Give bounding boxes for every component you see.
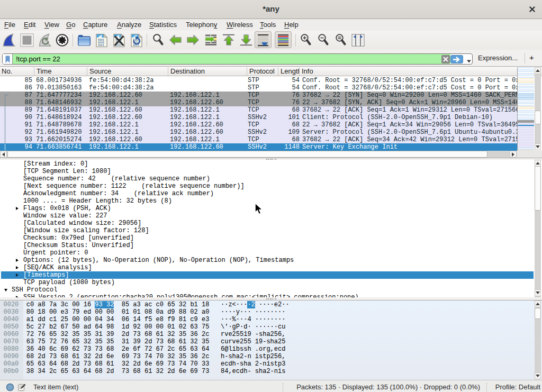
svg-text:0111: 0111 — [98, 44, 104, 47]
